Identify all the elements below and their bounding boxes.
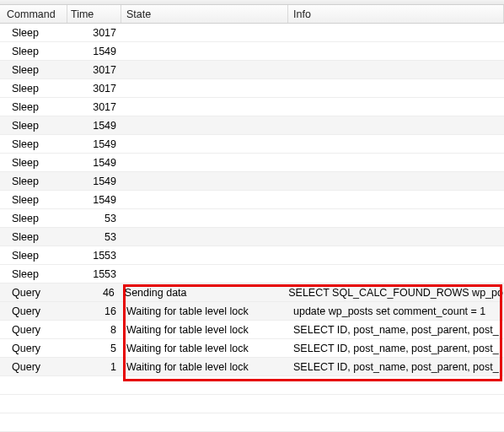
cell-time: 1 <box>67 358 121 375</box>
cell-time: 5 <box>67 339 121 357</box>
col-header-time[interactable]: Time <box>67 5 121 23</box>
table-row[interactable]: Sleep3017 <box>0 98 504 116</box>
cell-state: Waiting for table level lock <box>121 358 288 375</box>
cell-state: Sending data <box>120 284 283 301</box>
cell-info: SELECT ID, post_name, post_parent, post_ <box>288 339 504 357</box>
cell-command: Sleep <box>0 172 67 190</box>
col-header-info[interactable]: Info <box>288 5 504 23</box>
cell-info <box>288 42 504 60</box>
cell-time: 1549 <box>67 191 121 208</box>
cell-info <box>288 79 504 97</box>
cell-time: 53 <box>67 209 121 227</box>
cell-command: Sleep <box>0 79 67 97</box>
cell-info: SELECT ID, post_name, post_parent, post_ <box>288 358 504 375</box>
cell-command: Sleep <box>0 228 67 246</box>
cell-info <box>288 98 504 116</box>
cell-command: Sleep <box>0 42 67 60</box>
cell-time: 1549 <box>67 135 121 153</box>
cell-state <box>121 79 288 97</box>
table-row-empty <box>0 395 504 413</box>
cell-state: Waiting for table level lock <box>121 339 288 357</box>
cell-state <box>121 209 288 227</box>
cell-info: update wp_posts set comment_count = 1 <box>288 302 504 320</box>
table-row[interactable]: Query8Waiting for table level lockSELECT… <box>0 321 504 339</box>
cell-info <box>288 191 504 208</box>
table-row[interactable]: Sleep1549 <box>0 154 504 172</box>
cell-command: Query <box>0 302 67 320</box>
table-row[interactable]: Sleep53 <box>0 209 504 228</box>
cell-time: 3017 <box>67 61 121 78</box>
cell-command: Query <box>0 358 67 375</box>
cell-time: 3017 <box>67 98 121 116</box>
cell-time: 1553 <box>67 265 121 283</box>
table-row[interactable]: Sleep1549 <box>0 191 504 209</box>
cell-command: Sleep <box>0 98 67 116</box>
table-row[interactable]: Query5Waiting for table level lockSELECT… <box>0 339 504 358</box>
cell-state <box>121 154 288 171</box>
table-row-empty <box>0 376 504 395</box>
cell-empty <box>67 395 121 413</box>
table-row[interactable]: Sleep3017 <box>0 61 504 79</box>
col-header-command[interactable]: Command <box>0 5 67 23</box>
table-body: Sleep3017Sleep1549Sleep3017Sleep3017Slee… <box>0 24 504 432</box>
cell-state <box>121 116 288 134</box>
table-row[interactable]: Sleep3017 <box>0 24 504 42</box>
cell-state <box>121 228 288 246</box>
cell-info <box>288 154 504 171</box>
table-row[interactable]: Sleep1549 <box>0 42 504 61</box>
cell-command: Query <box>0 284 67 301</box>
cell-state <box>121 135 288 153</box>
cell-command: Sleep <box>0 246 67 264</box>
cell-info <box>288 265 504 283</box>
cell-empty <box>0 395 67 413</box>
cell-empty <box>0 413 67 431</box>
cell-empty <box>121 395 288 413</box>
cell-info <box>288 135 504 153</box>
cell-info <box>288 116 504 134</box>
cell-command: Sleep <box>0 209 67 227</box>
cell-empty <box>121 376 288 394</box>
process-table: Command Time State Info Sleep3017Sleep15… <box>0 5 504 432</box>
table-row[interactable]: Sleep53 <box>0 228 504 246</box>
cell-command: Sleep <box>0 265 67 283</box>
cell-command: Sleep <box>0 135 67 153</box>
table-row[interactable]: Query46Sending dataSELECT SQL_CALC_FOUND… <box>0 284 504 302</box>
cell-time: 3017 <box>67 24 121 41</box>
cell-info <box>288 24 504 41</box>
cell-state <box>121 24 288 41</box>
table-row[interactable]: Sleep1549 <box>0 116 504 135</box>
cell-command: Sleep <box>0 24 67 41</box>
cell-time: 46 <box>67 284 120 301</box>
table-row[interactable]: Query16Waiting for table level lockupdat… <box>0 302 504 321</box>
cell-time: 53 <box>67 228 121 246</box>
table-row[interactable]: Sleep1549 <box>0 172 504 191</box>
cell-time: 1549 <box>67 42 121 60</box>
cell-time: 16 <box>67 302 121 320</box>
table-row[interactable]: Sleep1549 <box>0 135 504 154</box>
cell-time: 8 <box>67 321 121 338</box>
cell-info: SELECT SQL_CALC_FOUND_ROWS wp_po <box>283 284 504 301</box>
cell-state <box>121 191 288 208</box>
cell-info <box>288 172 504 190</box>
col-header-state[interactable]: State <box>121 5 288 23</box>
cell-state: Waiting for table level lock <box>121 321 288 338</box>
cell-command: Sleep <box>0 191 67 208</box>
cell-info: SELECT ID, post_name, post_parent, post_ <box>288 321 504 338</box>
table-row[interactable]: Sleep1553 <box>0 246 504 265</box>
cell-empty <box>67 376 121 394</box>
table-row[interactable]: Sleep3017 <box>0 79 504 98</box>
cell-info <box>288 61 504 78</box>
cell-command: Query <box>0 339 67 357</box>
cell-time: 1549 <box>67 154 121 171</box>
table-row[interactable]: Sleep1553 <box>0 265 504 284</box>
table-row[interactable]: Query1Waiting for table level lockSELECT… <box>0 358 504 376</box>
cell-state <box>121 172 288 190</box>
cell-time: 1549 <box>67 172 121 190</box>
table-header[interactable]: Command Time State Info <box>0 5 504 24</box>
cell-time: 1549 <box>67 116 121 134</box>
cell-empty <box>288 413 504 431</box>
cell-command: Sleep <box>0 61 67 78</box>
cell-state <box>121 265 288 283</box>
cell-time: 1553 <box>67 246 121 264</box>
process-list-panel: Command Time State Info Sleep3017Sleep15… <box>0 0 504 432</box>
